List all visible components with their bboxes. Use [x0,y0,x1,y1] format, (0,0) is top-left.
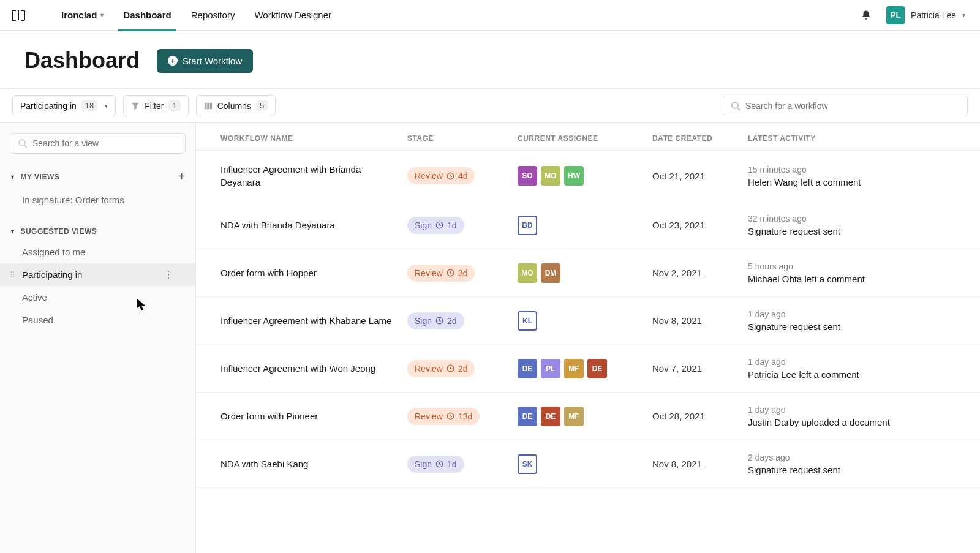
stage-badge: Review 2d [407,360,475,377]
assignee-avatar: MO [541,166,560,186]
triangle-down-icon: ▼ [10,228,15,235]
nav-item-repository[interactable]: Repository [181,0,245,31]
filter-button[interactable]: Filter 1 [123,95,188,116]
activity-desc: Signature request sent [748,465,980,475]
workflow-assignees: DEPLMFDE [518,359,652,378]
workflow-search[interactable] [723,96,968,116]
workflow-stage: Sign 1d [407,456,518,473]
clock-icon [447,412,454,420]
table-header: WORKFLOW NAME STAGE CURRENT ASSIGNEE DAT… [196,123,980,151]
assignee-avatar: DM [541,263,560,283]
assignee-avatar: KL [518,311,537,331]
view-selector[interactable]: Participating in 18 ▾ [12,95,116,116]
filter-count-badge: 1 [168,100,180,111]
suggested-views-label: SUGGESTED VIEWS [20,227,97,236]
workflow-assignees: MODM [518,263,652,283]
col-header-stage[interactable]: STAGE [407,134,518,143]
workflow-date: Nov 2, 2021 [652,268,748,278]
workflow-stage: Review 2d [407,360,518,377]
drag-handle-icon: ⠿ [10,271,15,279]
nav-item-workflow-designer[interactable]: Workflow Designer [244,0,341,31]
workflow-assignees: BD [518,216,652,235]
assignee-avatar: DE [587,359,607,378]
workflow-activity: 5 hours agoMichael Ohta left a comment [748,261,980,284]
workflow-date: Oct 28, 2021 [652,411,748,421]
workflow-stage: Sign 2d [407,312,518,329]
workflow-activity: 2 days agoSignature request sent [748,453,980,475]
activity-time: 1 day ago [748,405,980,415]
workflow-search-input[interactable] [745,101,960,111]
start-workflow-button[interactable]: + Start Workflow [157,49,253,73]
workflow-stage: Sign 1d [407,217,518,234]
workflow-name: Influencer Agreement with Brianda Deyana… [196,163,407,189]
workflow-date: Oct 21, 2021 [652,171,748,181]
notifications-icon[interactable] [861,10,872,21]
nav-item-dashboard[interactable]: Dashboard [113,0,181,31]
col-header-name[interactable]: WORKFLOW NAME [196,134,407,143]
activity-desc: Patricia Lee left a comment [748,369,980,380]
activity-time: 1 day ago [748,309,980,319]
workflow-activity: 1 day agoPatricia Lee left a comment [748,357,980,380]
workflow-stage: Review 3d [407,265,518,282]
my-views-header[interactable]: ▼ MY VIEWS + [0,165,195,189]
my-views-label: MY VIEWS [20,173,59,181]
col-header-date[interactable]: DATE CREATED [652,134,748,143]
assignee-avatar: DE [518,359,537,378]
page-header: Dashboard + Start Workflow [0,31,980,88]
columns-button[interactable]: Columns 5 [196,95,276,116]
activity-time: 2 days ago [748,453,980,462]
table-row[interactable]: Influencer Agreement with Brianda Deyana… [196,151,980,201]
workflow-assignees: SOMOHW [518,166,652,186]
activity-desc: Helen Wang left a comment [748,177,980,187]
assignee-avatar: SK [518,454,537,474]
filter-label: Filter [145,101,164,111]
col-header-assignee[interactable]: CURRENT ASSIGNEE [518,134,652,143]
user-menu[interactable]: PL Patricia Lee ▾ [881,4,970,27]
add-view-button[interactable]: + [178,170,186,184]
col-header-activity[interactable]: LATEST ACTIVITY [748,134,980,143]
table-row[interactable]: Influencer Agreement with Khabane LameSi… [196,297,980,345]
assignee-avatar: BD [518,216,537,235]
chevron-down-icon: ▾ [100,12,104,18]
view-search[interactable] [10,133,186,154]
assignee-avatar: HW [564,166,584,186]
assignee-avatar: MF [564,359,584,378]
workflow-date: Nov 7, 2021 [652,363,748,374]
workflow-assignees: KL [518,311,652,331]
stage-badge: Sign 1d [407,217,464,234]
view-search-input[interactable] [32,138,178,148]
activity-desc: Signature request sent [748,226,980,236]
table-row[interactable]: NDA with Brianda DeyanaraSign 1dBDOct 23… [196,201,980,249]
brand-dropdown[interactable]: Ironclad ▾ [51,0,113,31]
triangle-down-icon: ▼ [10,174,15,180]
workflow-date: Nov 8, 2021 [652,459,748,469]
assignee-avatar: MF [564,407,584,426]
suggested-views-header[interactable]: ▼ SUGGESTED VIEWS [0,222,195,241]
workflow-table: WORKFLOW NAME STAGE CURRENT ASSIGNEE DAT… [196,123,980,553]
workflow-stage: Review 4d [407,167,518,184]
view-item[interactable]: Assigned to me [0,241,195,263]
stage-badge: Sign 2d [407,312,464,329]
table-row[interactable]: Order form with PioneerReview 13dDEDEMFO… [196,393,980,440]
logo-icon[interactable] [10,7,27,24]
workflow-activity: 32 minutes agoSignature request sent [748,214,980,236]
stage-badge: Review 4d [407,167,475,184]
table-row[interactable]: Influencer Agreement with Won JeongRevie… [196,345,980,393]
view-item[interactable]: Active [0,286,195,309]
stage-badge: Review 13d [407,408,480,425]
kebab-menu-icon[interactable]: ⋮ [164,270,173,280]
workflow-activity: 15 minutes agoHelen Wang left a comment [748,165,980,187]
workflow-activity: 1 day agoSignature request sent [748,309,980,332]
activity-time: 5 hours ago [748,261,980,271]
assignee-avatar: PL [541,359,560,378]
clock-icon [447,269,454,277]
chevron-down-icon: ▾ [105,102,108,109]
view-item[interactable]: ⠿Participating in⋮ [0,263,195,286]
view-item[interactable]: Paused [0,309,195,331]
view-item[interactable]: In signature: Order forms [0,189,195,211]
table-row[interactable]: Order form with HopperReview 3dMODMNov 2… [196,249,980,297]
activity-time: 1 day ago [748,357,980,367]
columns-icon [204,102,213,110]
table-row[interactable]: NDA with Saebi KangSign 1dSKNov 8, 20212… [196,440,980,488]
workflow-assignees: SK [518,454,652,474]
